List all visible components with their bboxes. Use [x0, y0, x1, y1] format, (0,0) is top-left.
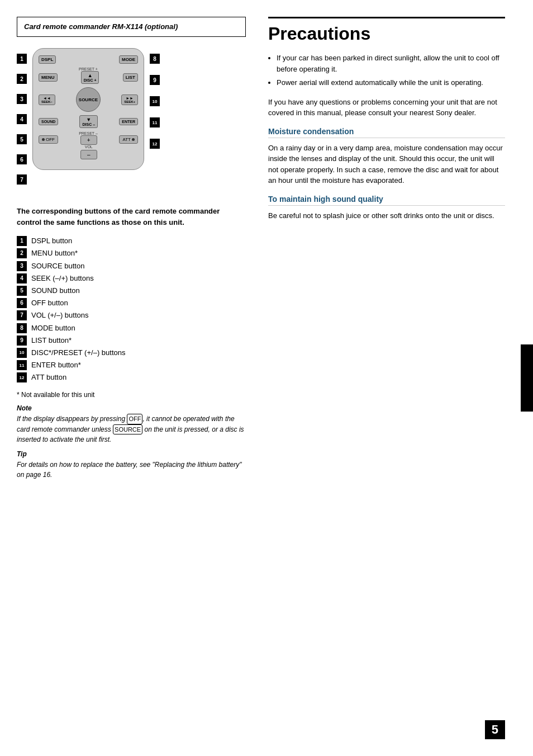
disc-plus-button[interactable]: ▲ DISC +: [81, 71, 99, 84]
bullet-list: If your car has been parked in direct su…: [268, 53, 505, 88]
sound-heading: To maintain high sound quality: [268, 195, 505, 206]
moisture-text: On a rainy day or in a very damp area, m…: [268, 143, 505, 186]
precautions-title: Precautions: [268, 17, 505, 44]
off-button[interactable]: OFF: [39, 135, 58, 144]
moisture-heading: Moisture condensation: [268, 127, 505, 138]
list-item-3: 3 SOURCE button: [17, 261, 246, 271]
tip-title: Tip: [17, 450, 246, 458]
list-badge-9: 9: [17, 336, 27, 346]
seek-plus-button[interactable]: ►►SEEK+: [121, 94, 138, 105]
bullet-2: Power aerial will extend automatically w…: [277, 77, 505, 88]
list-label-7: VOL (+/–) buttons: [31, 310, 89, 320]
remote-row-5: OFF + VOL – ATT: [39, 135, 138, 159]
description-text: The corresponding buttons of the card re…: [17, 206, 246, 228]
list-label-11: ENTER button*: [31, 360, 81, 370]
off-label: OFF: [46, 137, 55, 142]
preset-plus-label: PRESET +: [39, 67, 138, 71]
badge-1: 1: [17, 54, 27, 64]
sidebar-bar: [521, 344, 533, 412]
badge-12: 12: [150, 139, 160, 149]
list-item-7: 7 VOL (+/–) buttons: [17, 310, 246, 320]
list-label-2: MENU button*: [31, 248, 78, 258]
enter-button[interactable]: ENTER: [119, 118, 138, 125]
seek-minus-button[interactable]: ◄◄SEEK–: [39, 94, 55, 105]
list-item-10: 10 DISC*/PRESET (+/–) buttons: [17, 348, 246, 358]
list-badge-12: 12: [17, 372, 27, 382]
button-list: 1 DSPL button 2 MENU button* 3 SOURCE bu…: [17, 236, 246, 382]
badge-11: 11: [150, 117, 160, 127]
badge-10: 10: [150, 96, 160, 106]
badge-4: 4: [17, 114, 27, 124]
list-label-10: DISC*/PRESET (+/–) buttons: [31, 348, 125, 358]
remote-row-4: SOUND ▼ DISC – ENTER: [39, 115, 138, 128]
off-badge: OFF: [127, 414, 142, 424]
intro-para: If you have any questions or problems co…: [268, 97, 505, 119]
list-item-9: 9 LIST button*: [17, 336, 246, 346]
right-number-column: 8 9 10 11 12: [150, 54, 160, 160]
list-label-12: ATT button: [31, 372, 66, 382]
list-badge-2: 2: [17, 248, 27, 258]
list-label-1: DSPL button: [31, 236, 72, 246]
list-label-3: SOURCE button: [31, 261, 84, 271]
list-item-12: 12 ATT button: [17, 372, 246, 382]
list-badge-11: 11: [17, 360, 27, 370]
footnote: * Not available for this unit: [17, 391, 246, 399]
list-item-5: 5 SOUND button: [17, 286, 246, 296]
vol-plus-button[interactable]: +: [80, 135, 97, 145]
dspl-button[interactable]: DSPL: [39, 55, 56, 64]
remote-diagram: 1 2 3 4 5 6 7 DSPL MODE PRESET + MENU ▲: [17, 48, 246, 195]
remote-row-3: ◄◄SEEK– SOURCE ►►SEEK+: [39, 87, 138, 112]
sound-text: Be careful not to splash juice or other …: [268, 210, 505, 221]
att-label: ATT: [122, 137, 131, 142]
menu-button[interactable]: MENU: [39, 73, 58, 82]
remote-row-2: MENU ▲ DISC + LIST: [39, 71, 138, 84]
badge-5: 5: [17, 134, 27, 144]
list-label-4: SEEK (–/+) buttons: [31, 273, 94, 284]
source-badge: SOURCE: [113, 424, 142, 435]
left-column: Card remote commander RM-X114 (optional)…: [0, 0, 257, 756]
off-dot: [42, 138, 45, 141]
list-label-9: LIST button*: [31, 336, 72, 346]
mode-button[interactable]: MODE: [119, 55, 138, 64]
bullet-1: If your car has been parked in direct su…: [277, 53, 505, 74]
badge-3: 3: [17, 94, 27, 104]
list-item-2: 2 MENU button*: [17, 248, 246, 258]
preset-minus-label: PRESET –: [39, 131, 138, 135]
list-badge-10: 10: [17, 348, 27, 358]
badge-7: 7: [17, 174, 27, 185]
list-badge-5: 5: [17, 286, 27, 296]
list-button[interactable]: LIST: [123, 73, 138, 82]
left-number-column: 1 2 3 4 5 6 7: [17, 54, 27, 195]
card-title: Card remote commander RM-X114 (optional): [24, 22, 239, 32]
note-title: Note: [17, 404, 246, 412]
disc-minus-button[interactable]: ▼ DISC –: [79, 115, 98, 128]
source-button[interactable]: SOURCE: [76, 87, 101, 112]
list-item-1: 1 DSPL button: [17, 236, 246, 246]
list-item-6: 6 OFF button: [17, 298, 246, 308]
right-column: Precautions If your car has been parked …: [257, 0, 533, 756]
list-label-8: MODE button: [31, 323, 75, 333]
att-button[interactable]: ATT: [119, 135, 138, 144]
list-badge-8: 8: [17, 323, 27, 333]
list-item-8: 8 MODE button: [17, 323, 246, 333]
vol-minus-button[interactable]: –: [80, 150, 97, 159]
list-label-5: SOUND button: [31, 286, 80, 296]
att-dot: [132, 138, 135, 141]
list-badge-6: 6: [17, 298, 27, 308]
note-text: If the display disappears by pressing OF…: [17, 414, 246, 445]
tip-text: For details on how to replace the batter…: [17, 460, 246, 480]
remote-row-1: DSPL MODE: [39, 55, 138, 64]
list-badge-7: 7: [17, 310, 27, 320]
vol-label: VOL: [85, 145, 93, 149]
page-number: 5: [485, 720, 505, 739]
list-badge-3: 3: [17, 261, 27, 271]
page-number-area: 5: [485, 720, 505, 739]
badge-8: 8: [150, 54, 160, 64]
sound-button[interactable]: SOUND: [39, 118, 58, 125]
card-title-box: Card remote commander RM-X114 (optional): [17, 17, 246, 37]
list-badge-4: 4: [17, 273, 27, 284]
list-label-6: OFF button: [31, 298, 68, 308]
badge-9: 9: [150, 75, 160, 85]
remote-body: DSPL MODE PRESET + MENU ▲ DISC + LIST ◄◄…: [32, 48, 144, 170]
list-item-11: 11 ENTER button*: [17, 360, 246, 370]
